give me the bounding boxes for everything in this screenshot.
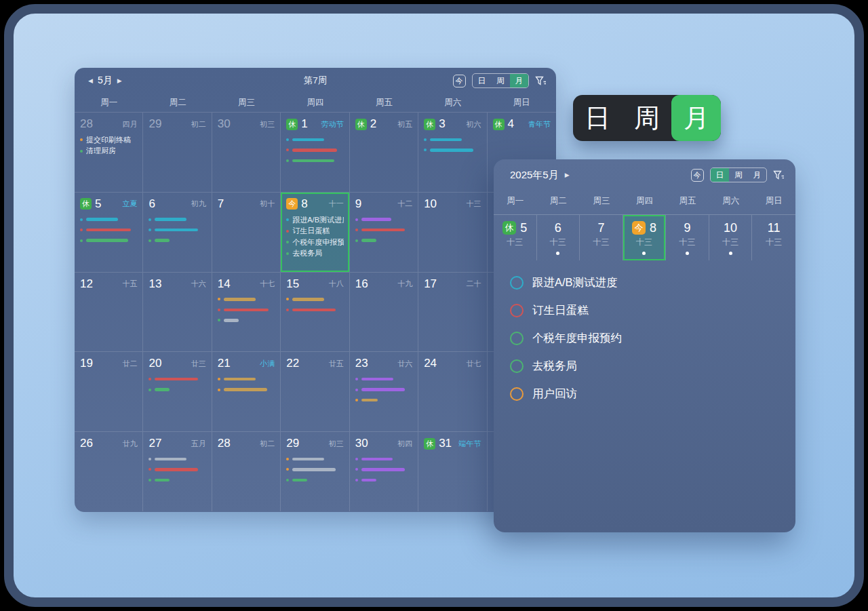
event-bar[interactable] [149, 454, 205, 465]
mini-day-cell[interactable]: 7十三 [580, 215, 623, 260]
event-item[interactable]: 清理厨房 [80, 146, 137, 157]
day-cell[interactable]: 休1劳动节 [281, 112, 349, 192]
event-bar[interactable] [286, 475, 343, 486]
day-cell[interactable]: 今8十一跟进A/B测试进度订生日蛋糕个税年度申报预约去税务局 [281, 192, 349, 272]
mini-next-arrow-icon[interactable]: ▶ [565, 172, 570, 178]
task-item[interactable]: 订生日蛋糕 [510, 296, 795, 324]
event-bar[interactable] [355, 475, 412, 486]
event-item[interactable]: 提交印刷终稿 [80, 134, 137, 146]
event-bar[interactable] [149, 374, 205, 385]
event-bar[interactable] [218, 294, 275, 305]
event-bar[interactable] [355, 465, 412, 475]
view-tab-3[interactable]: 月 [510, 74, 529, 87]
day-cell[interactable]: 休2初五 [350, 112, 418, 192]
mini-day-cell[interactable]: 10十三 [709, 215, 753, 260]
event-bar[interactable] [355, 374, 412, 385]
event-bar[interactable] [218, 315, 275, 326]
day-cell[interactable]: 17二十 [418, 272, 487, 352]
view-tab-1[interactable]: 日 [473, 74, 492, 87]
view-tab-1[interactable]: 日 [711, 168, 730, 181]
task-status-circle[interactable] [510, 387, 524, 401]
view-tab-2[interactable]: 周 [491, 74, 510, 87]
day-cell[interactable]: 9十二 [350, 192, 418, 272]
day-cell[interactable]: 休5立夏 [75, 192, 143, 272]
day-cell[interactable]: 休31端午节 [418, 431, 487, 511]
task-status-circle[interactable] [510, 304, 524, 317]
mini-day-cell[interactable]: 6十三 [537, 215, 580, 260]
day-cell[interactable]: 24廿七 [418, 351, 487, 431]
event-bar[interactable] [286, 454, 343, 465]
event-bar[interactable] [286, 145, 343, 156]
event-bar[interactable] [149, 214, 205, 225]
task-status-circle[interactable] [510, 276, 524, 290]
day-cell[interactable]: 29初三 [281, 431, 349, 511]
day-cell[interactable]: 休3初六 [418, 112, 487, 192]
day-cell[interactable]: 30初四 [350, 431, 418, 511]
event-item[interactable]: 个税年度申报预约 [286, 237, 343, 248]
event-bar[interactable] [286, 304, 343, 315]
day-cell[interactable]: 7初十 [212, 192, 281, 272]
day-cell[interactable]: 20廿三 [143, 351, 212, 431]
event-bar[interactable] [149, 235, 205, 246]
event-bar[interactable] [355, 224, 412, 235]
day-cell[interactable]: 22廿五 [281, 351, 349, 431]
day-cell[interactable]: 14十七 [212, 272, 281, 352]
task-item[interactable]: 跟进A/B测试进度 [510, 269, 795, 296]
event-bar[interactable] [355, 235, 412, 246]
next-month-arrow-icon[interactable]: ▶ [117, 77, 122, 84]
view-tab-2[interactable]: 周 [729, 168, 748, 181]
view-tab-3[interactable]: 月 [748, 168, 767, 181]
event-bar[interactable] [355, 385, 412, 395]
day-cell[interactable]: 16十九 [350, 272, 418, 352]
day-cell[interactable]: 13十六 [143, 272, 212, 352]
mini-filter-icon[interactable] [773, 170, 785, 180]
day-cell[interactable]: 12十五 [75, 272, 143, 352]
event-bar[interactable] [355, 395, 412, 406]
day-cell[interactable]: 23廿六 [350, 351, 418, 431]
day-cell[interactable]: 15十八 [281, 272, 349, 352]
mini-today-button[interactable]: 今 [691, 169, 704, 182]
task-item[interactable]: 用户回访 [510, 380, 795, 408]
event-item[interactable]: 订生日蛋糕 [286, 225, 343, 237]
event-bar[interactable] [80, 214, 137, 225]
task-status-circle[interactable] [510, 359, 524, 373]
filter-icon[interactable] [535, 76, 547, 86]
task-item[interactable]: 个税年度申报预约 [510, 324, 795, 352]
event-bar[interactable] [149, 385, 205, 395]
event-bar[interactable] [80, 235, 137, 246]
prev-month-arrow-icon[interactable]: ◀ [88, 77, 93, 84]
event-bar[interactable] [355, 214, 412, 225]
event-bar[interactable] [286, 134, 343, 145]
day-cell[interactable]: 10十三 [418, 192, 487, 272]
day-cell[interactable]: 28四月提交印刷终稿清理厨房 [75, 112, 143, 192]
task-item[interactable]: 去税务局 [510, 352, 795, 380]
day-cell[interactable]: 28初二 [212, 431, 281, 511]
task-status-circle[interactable] [510, 332, 524, 345]
mini-day-cell[interactable]: 今8十三 [623, 215, 667, 260]
event-bar[interactable] [149, 224, 205, 235]
mini-day-cell[interactable]: 9十三 [666, 215, 709, 260]
today-button[interactable]: 今 [453, 75, 466, 87]
event-bar[interactable] [286, 294, 343, 305]
event-item[interactable]: 跟进A/B测试进度 [286, 214, 343, 226]
event-bar[interactable] [355, 454, 412, 465]
event-bar[interactable] [218, 385, 275, 395]
day-cell[interactable]: 21小满 [212, 351, 281, 431]
day-cell[interactable]: 26廿九 [75, 431, 143, 511]
mini-day-cell[interactable]: 休5十三 [494, 215, 537, 260]
mini-day-cell[interactable]: 11十三 [752, 215, 795, 260]
event-bar[interactable] [149, 465, 205, 475]
event-bar[interactable] [80, 224, 137, 235]
event-item[interactable]: 去税务局 [286, 248, 343, 259]
event-bar[interactable] [149, 475, 205, 486]
event-bar[interactable] [286, 465, 343, 475]
event-bar[interactable] [218, 304, 275, 315]
day-cell[interactable]: 19廿二 [75, 351, 143, 431]
day-cell[interactable]: 6初九 [143, 192, 212, 272]
event-bar[interactable] [424, 134, 481, 145]
event-bar[interactable] [218, 374, 275, 385]
day-cell[interactable]: 30初三 [212, 112, 281, 192]
event-bar[interactable] [286, 155, 343, 166]
event-bar[interactable] [424, 145, 481, 156]
day-cell[interactable]: 29初二 [143, 112, 212, 192]
